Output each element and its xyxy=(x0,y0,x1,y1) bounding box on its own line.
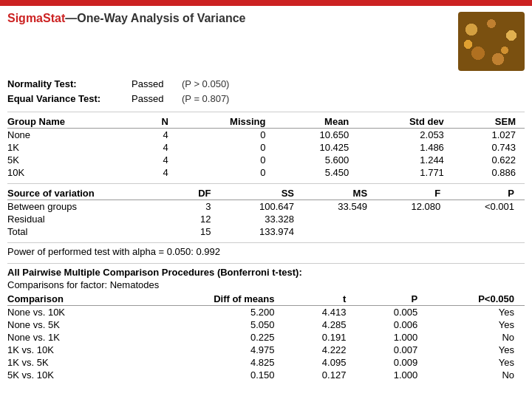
anova-col-df: DF xyxy=(179,187,222,200)
bonferroni-subtitle: Comparisons for factor: Nematodes xyxy=(7,279,525,290)
table-cell xyxy=(304,225,378,238)
table-cell: 4 xyxy=(143,129,177,142)
table-row: Between groups3100.64733.54912.080<0.001 xyxy=(7,200,525,214)
stats-col-sem: SEM xyxy=(453,115,525,129)
table-cell: 0.127 xyxy=(284,369,356,381)
main-container: SigmaStat—One-Way Analysis of Variance N… xyxy=(0,0,532,399)
table-cell: 3 xyxy=(179,200,222,214)
header: SigmaStat—One-Way Analysis of Variance xyxy=(0,6,532,74)
comp-col-comparison: Comparison xyxy=(7,293,137,306)
stats-table: Group Name N Missing Mean Std dev SEM No… xyxy=(7,115,525,179)
normality-row-1: Normality Test: Passed (P > 0.050) xyxy=(7,77,525,92)
table-cell: 133.974 xyxy=(222,225,304,238)
table-cell: 0.006 xyxy=(356,318,428,331)
circles-decoration xyxy=(458,12,525,71)
list-item: 5K vs. 10K0.1500.1271.000No xyxy=(7,369,525,381)
list-item: 1K vs. 10K4.9754.2220.007Yes xyxy=(7,344,525,356)
table-row: Total15133.974 xyxy=(7,225,525,238)
table-cell: 0.150 xyxy=(137,369,285,381)
table-cell: None vs. 1K xyxy=(7,331,137,344)
table-cell: 5.450 xyxy=(274,166,358,179)
table-cell: 12 xyxy=(179,213,222,225)
table-cell: 4.285 xyxy=(284,318,356,331)
table-cell: 10K xyxy=(7,166,143,179)
power-text: Power of performed test with alpha = 0.0… xyxy=(7,246,525,257)
divider-4 xyxy=(7,263,525,264)
table-cell: 1K vs. 5K xyxy=(7,356,137,369)
table-cell: 5.050 xyxy=(137,318,285,331)
table-cell xyxy=(451,213,525,225)
stats-header-row: Group Name N Missing Mean Std dev SEM xyxy=(7,115,525,129)
comp-col-t: t xyxy=(284,293,356,306)
normality-section: Normality Test: Passed (P > 0.050) Equal… xyxy=(7,77,525,106)
normality-value-2: Passed xyxy=(132,92,176,106)
stats-col-group: Group Name xyxy=(7,115,143,129)
table-cell: None vs. 5K xyxy=(7,318,137,331)
anova-col-p: P xyxy=(451,187,525,200)
table-cell: 0 xyxy=(177,141,275,154)
table-cell: 15 xyxy=(179,225,222,238)
table-cell: No xyxy=(428,369,525,381)
table-cell: 0.622 xyxy=(453,154,525,166)
table-cell: 1K xyxy=(7,141,143,154)
table-cell: Between groups xyxy=(7,200,179,214)
table-row: 10K405.4501.7710.886 xyxy=(7,166,525,179)
table-cell: Yes xyxy=(428,306,525,319)
anova-col-ms: MS xyxy=(304,187,378,200)
table-cell: 4.095 xyxy=(284,356,356,369)
comp-col-diff: Diff of means xyxy=(137,293,285,306)
brand-rest: —One-Way Analysis of Variance xyxy=(65,12,245,24)
divider-2 xyxy=(7,183,525,184)
anova-col-ss: SS xyxy=(222,187,304,200)
bonferroni-title: All Pairwise Multiple Comparison Procedu… xyxy=(7,267,525,278)
table-cell: 10.425 xyxy=(274,141,358,154)
table-row: 1K4010.4251.4860.743 xyxy=(7,141,525,154)
anova-table: Source of variation DF SS MS F P Between… xyxy=(7,187,525,238)
table-row: None4010.6502.0531.027 xyxy=(7,129,525,142)
table-cell: 0.191 xyxy=(284,331,356,344)
list-item: None vs. 5K5.0504.2850.006Yes xyxy=(7,318,525,331)
table-cell: 1.027 xyxy=(453,129,525,142)
table-cell: 1.486 xyxy=(358,141,453,154)
table-cell: 12.080 xyxy=(378,200,451,214)
normality-row-2: Equal Variance Test: Passed (P = 0.807) xyxy=(7,92,525,106)
table-cell: 0.743 xyxy=(453,141,525,154)
table-cell: Yes xyxy=(428,356,525,369)
list-item: 1K vs. 5K4.8254.0950.009Yes xyxy=(7,356,525,369)
table-cell: 5.600 xyxy=(274,154,358,166)
comp-col-p: P xyxy=(356,293,428,306)
top-bar xyxy=(0,0,532,6)
normality-label-1: Normality Test: xyxy=(7,77,126,92)
main-content: Normality Test: Passed (P > 0.050) Equal… xyxy=(0,74,532,384)
table-cell: Yes xyxy=(428,318,525,331)
header-title: SigmaStat—One-Way Analysis of Variance xyxy=(7,12,458,25)
comp-col-p050: P<0.050 xyxy=(428,293,525,306)
table-cell: Residual xyxy=(7,213,179,225)
page-title: SigmaStat—One-Way Analysis of Variance xyxy=(7,12,458,25)
table-cell: 1.000 xyxy=(356,369,428,381)
table-cell: 33.328 xyxy=(222,213,304,225)
normality-value-1: Passed xyxy=(132,77,176,92)
table-row: Residual1233.328 xyxy=(7,213,525,225)
stats-col-missing: Missing xyxy=(177,115,275,129)
table-cell: 0.225 xyxy=(137,331,285,344)
stats-col-n: N xyxy=(143,115,177,129)
table-cell: 4.975 xyxy=(137,344,285,356)
stats-col-stddev: Std dev xyxy=(358,115,453,129)
table-cell xyxy=(378,213,451,225)
table-cell: 1.000 xyxy=(356,331,428,344)
table-cell: 4 xyxy=(143,141,177,154)
table-cell: 10.650 xyxy=(274,129,358,142)
table-cell: 0.886 xyxy=(453,166,525,179)
table-cell xyxy=(304,213,378,225)
table-cell: 5K xyxy=(7,154,143,166)
table-cell: Total xyxy=(7,225,179,238)
normality-result-1: (P > 0.050) xyxy=(182,77,229,92)
table-cell: 0.009 xyxy=(356,356,428,369)
table-cell: No xyxy=(428,331,525,344)
table-cell: 0 xyxy=(177,154,275,166)
table-cell: 0 xyxy=(177,166,275,179)
table-cell: 33.549 xyxy=(304,200,378,214)
table-cell: 4.222 xyxy=(284,344,356,356)
anova-col-f: F xyxy=(378,187,451,200)
